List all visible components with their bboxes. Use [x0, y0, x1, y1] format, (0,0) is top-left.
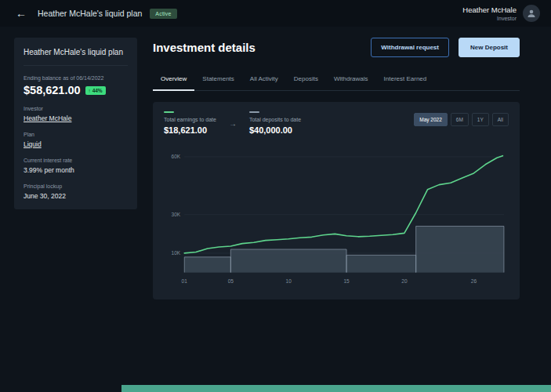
interest-rate-value: 3.99% per month [24, 166, 128, 174]
svg-text:05: 05 [228, 278, 234, 284]
svg-text:01: 01 [182, 278, 188, 284]
period-6m-button[interactable]: 6M [451, 113, 469, 126]
principal-lockup-value: June 30, 2022 [24, 192, 128, 200]
earnings-value: $18,621.00 [164, 125, 216, 135]
svg-text:30K: 30K [172, 212, 181, 217]
tab-overview[interactable]: Overview [153, 70, 194, 91]
earnings-chart-svg: 10K30K60K010510152026 [164, 140, 509, 292]
chart-legend: Total earnings to date $18,621.00 → Tota… [164, 111, 509, 135]
svg-text:15: 15 [343, 278, 350, 284]
tab-deposits[interactable]: Deposits [286, 70, 326, 91]
change-badge: ↑ 44% [85, 86, 106, 95]
tab-all-activity[interactable]: All Activity [242, 70, 286, 91]
investor-label: Investor [24, 106, 128, 111]
topbar: ← Heather McHale's liquid plan Active He… [0, 0, 551, 27]
avatar[interactable] [523, 5, 540, 22]
svg-text:26: 26 [471, 278, 477, 284]
ending-balance-value: $58,621.00 [24, 84, 81, 96]
ending-balance-label: Ending balance as of 06/14/2022 [24, 75, 128, 81]
new-deposit-button[interactable]: New Deposit [459, 38, 520, 57]
deposits-legend-label: Total deposits to date [249, 117, 301, 122]
period-all-button[interactable]: All [492, 113, 509, 126]
svg-text:10: 10 [286, 278, 292, 284]
svg-text:20: 20 [401, 278, 408, 284]
plan-summary-card: Heather McHale's liquid plan Ending bala… [14, 38, 137, 209]
plan-title: Heather McHale's liquid plan [24, 47, 128, 66]
tab-statements[interactable]: Statements [194, 70, 241, 91]
bottom-accent-bar [121, 385, 551, 392]
main-panel: Investment details Withdrawal request Ne… [153, 38, 520, 299]
plan-link[interactable]: Liquid [24, 140, 128, 148]
user-name: Heather McHale [462, 5, 517, 14]
status-badge: Active [150, 9, 176, 19]
tab-interest-earned[interactable]: Interest Earned [376, 70, 435, 91]
deposits-value: $40,000.00 [249, 125, 301, 135]
main-header: Investment details Withdrawal request Ne… [153, 38, 520, 57]
earnings-legend-dash [164, 111, 174, 113]
investor-link[interactable]: Heather McHale [24, 114, 128, 122]
back-button[interactable]: ← [11, 5, 31, 21]
plan-label: Plan [24, 132, 128, 137]
tab-bar: Overview Statements All Activity Deposit… [153, 70, 520, 91]
content: Heather McHale's liquid plan Ending bala… [0, 27, 551, 299]
earnings-legend: Total earnings to date $18,621.00 [164, 111, 216, 135]
deposits-legend-dash [249, 111, 259, 113]
topbar-title: Heather McHale's liquid plan [38, 9, 142, 18]
period-1y-button[interactable]: 1Y [472, 113, 489, 126]
withdrawal-request-button[interactable]: Withdrawal request [371, 38, 449, 57]
earnings-legend-label: Total earnings to date [164, 117, 216, 122]
page-title: Investment details [153, 41, 256, 54]
chart-card: Total earnings to date $18,621.00 → Tota… [153, 102, 520, 299]
arrow-right-icon: → [229, 119, 237, 128]
user-role: Investor [462, 16, 517, 21]
balance-row: $58,621.00 ↑ 44% [24, 84, 128, 96]
user-icon [527, 9, 536, 18]
user-block: Heather McHale Investor [462, 5, 517, 21]
period-selector: May 2022 6M 1Y All [414, 113, 509, 126]
interest-rate-label: Current interest rate [24, 158, 128, 163]
tab-withdrawals[interactable]: Withdrawals [326, 70, 376, 91]
svg-text:60K: 60K [172, 154, 181, 159]
svg-text:10K: 10K [172, 250, 181, 256]
period-may-2022-button[interactable]: May 2022 [414, 113, 448, 126]
principal-lockup-label: Principal lockup [24, 183, 128, 189]
deposits-legend: Total deposits to date $40,000.00 [249, 111, 301, 135]
